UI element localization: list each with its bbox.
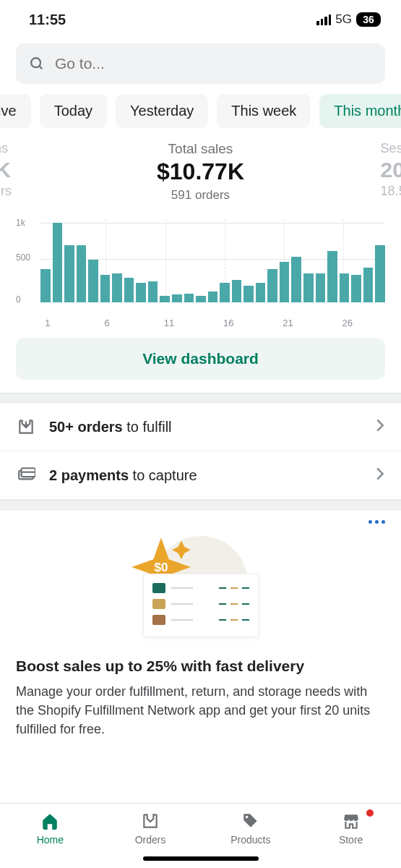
chart-x-tick: 1 [45, 318, 50, 328]
chart-bar [340, 273, 350, 302]
chart-bar [124, 278, 134, 302]
chart-bar [53, 223, 63, 302]
chart-bar [100, 275, 111, 302]
chart-bar [232, 280, 242, 302]
credit-card-icon [16, 466, 36, 485]
network-type: 5G [335, 12, 352, 27]
tab-label: Products [230, 834, 270, 846]
home-icon [40, 811, 59, 831]
status-time: 11:55 [29, 12, 66, 28]
battery-indicator: 36 [356, 12, 381, 27]
chart-bar [267, 269, 277, 302]
search-icon [29, 56, 45, 72]
section-divider [0, 393, 401, 403]
chart-bar [303, 273, 314, 302]
chart-x-tick: 6 [104, 318, 109, 328]
payments-to-capture-row[interactable]: 2 payments to capture [0, 451, 401, 500]
promo-title: Boost sales up to 25% with fast delivery [16, 658, 385, 675]
status-bar: 11:55 5G 36 [0, 0, 401, 36]
view-dashboard-button[interactable]: View dashboard [16, 338, 385, 380]
tab-store[interactable]: Store [301, 804, 401, 868]
chart-bar [64, 245, 74, 302]
chart-bar [172, 294, 182, 303]
signal-bars-icon [316, 14, 331, 25]
orders-to-fulfill-row[interactable]: 50+ orders to fulfill [0, 403, 401, 451]
svg-text:$0: $0 [154, 560, 168, 574]
chart-x-tick: 26 [342, 318, 352, 328]
chart-bar [40, 269, 51, 302]
stat-total-sales: Total sales $10.77K 591 orders [157, 141, 244, 203]
filter-live[interactable]: Live [0, 94, 31, 128]
chart-bar [291, 257, 301, 302]
chart-y-axis: 1k 500 0 [16, 219, 38, 302]
store-icon [342, 811, 361, 831]
date-filter-tabs: Live Today Yesterday This week This mont… [0, 94, 401, 141]
stat-label: Total sales [157, 141, 244, 157]
filter-this-month[interactable]: This month [319, 94, 401, 128]
sales-chart: 1k 500 0 1611162126 [0, 206, 401, 328]
promo-illustration: $0 [0, 533, 401, 642]
chart-bar [148, 281, 158, 302]
bottom-tab-bar: Home Orders Products Store [0, 803, 401, 868]
stat-sessions-next-peek: Sessio 20.0 18.57K [381, 141, 401, 199]
chart-bar [136, 283, 146, 302]
stat-value: $10.77K [157, 158, 244, 185]
chart-bar [184, 294, 194, 302]
chart-bar [160, 296, 170, 302]
chart-bar [243, 286, 254, 302]
svg-line-1 [39, 66, 42, 69]
notification-badge [366, 809, 374, 817]
orders-to-fulfill-text: 50+ orders to fulfill [49, 419, 362, 435]
tab-label: Home [37, 834, 64, 846]
filter-today[interactable]: Today [40, 94, 107, 128]
promo-card: $0 Boost sales up to 25% with fast deliv… [0, 510, 401, 753]
chart-bar [327, 251, 337, 302]
tab-label: Orders [135, 834, 166, 846]
chart-bar [208, 292, 218, 302]
chart-bar [220, 283, 230, 302]
svg-point-0 [31, 58, 40, 67]
tab-home[interactable]: Home [0, 804, 100, 868]
stat-sub: 591 orders [157, 188, 244, 203]
chart-x-tick: 21 [283, 318, 293, 328]
chart-bars [40, 219, 385, 302]
chart-bar [196, 296, 206, 302]
orders-icon [141, 811, 160, 831]
chart-bar [112, 273, 122, 302]
chart-bar [77, 245, 87, 302]
status-right: 5G 36 [316, 12, 381, 27]
chart-x-tick: 16 [223, 318, 233, 328]
filter-this-week[interactable]: This week [217, 94, 311, 128]
payments-to-capture-text: 2 payments to capture [49, 467, 362, 484]
stats-carousel[interactable]: ssions 43K visitors Total sales $10.77K … [0, 141, 401, 206]
chart-bar [351, 275, 361, 302]
section-divider [0, 500, 401, 510]
chart-bar [280, 262, 290, 302]
chart-bar [375, 245, 385, 302]
chart-bar [316, 273, 326, 302]
chart-bar [88, 260, 98, 302]
inbox-download-icon [16, 417, 36, 436]
chart-bar [256, 283, 266, 302]
svg-point-8 [246, 816, 248, 818]
stat-sessions-peek: ssions 43K visitors [0, 141, 12, 199]
svg-marker-7 [172, 540, 191, 559]
search-bar[interactable] [16, 43, 385, 84]
promo-description: Manage your order fulfillment, return, a… [16, 682, 385, 739]
filter-yesterday[interactable]: Yesterday [116, 94, 208, 128]
chevron-right-icon [375, 467, 385, 484]
chevron-right-icon [375, 418, 385, 435]
more-options-button[interactable] [368, 520, 385, 524]
chart-bar [363, 268, 374, 302]
tab-label: Store [339, 834, 363, 846]
tag-icon [241, 811, 260, 831]
chart-x-tick: 11 [164, 318, 174, 328]
search-input[interactable] [55, 55, 372, 72]
home-indicator [143, 856, 259, 861]
